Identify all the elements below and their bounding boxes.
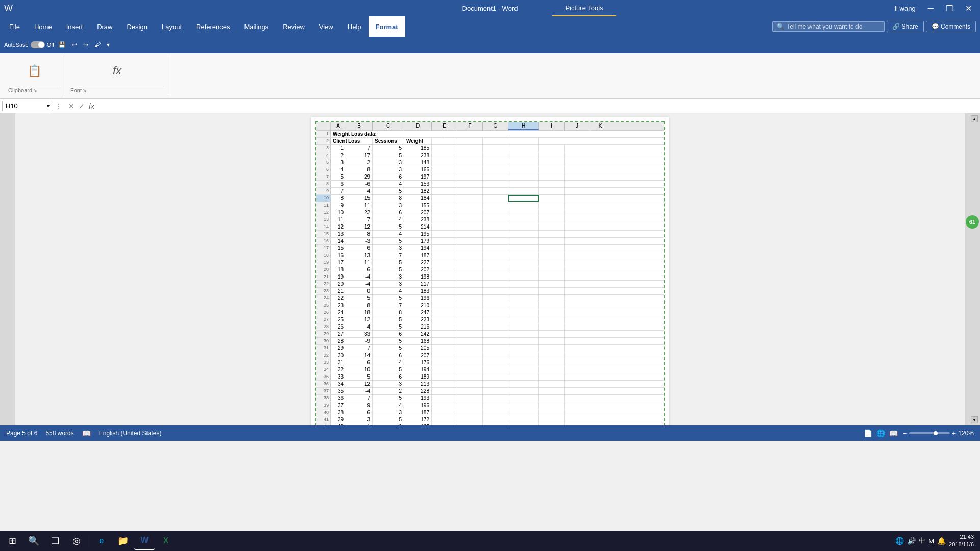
excel-cell[interactable]: [508, 231, 539, 237]
close-button[interactable]: ✕: [961, 3, 976, 14]
excel-cell[interactable]: 25: [331, 316, 346, 323]
excel-cell[interactable]: 3: [346, 416, 373, 423]
excel-cell[interactable]: 5: [373, 145, 404, 152]
excel-cell[interactable]: 11: [346, 259, 373, 266]
excel-cell[interactable]: [508, 288, 539, 294]
tab-format[interactable]: Format: [369, 16, 405, 37]
excel-cell[interactable]: 196: [404, 295, 432, 302]
tab-review[interactable]: Review: [276, 16, 312, 37]
tab-references[interactable]: References: [189, 16, 237, 37]
excel-cell[interactable]: 3: [373, 245, 404, 252]
network-icon[interactable]: 🌐: [895, 537, 904, 545]
excel-cell[interactable]: 21: [331, 288, 346, 294]
ime-icon[interactable]: 中: [919, 536, 925, 545]
excel-cell[interactable]: 172: [404, 416, 432, 423]
excel-cell[interactable]: 9: [346, 402, 373, 409]
excel-cell[interactable]: -3: [346, 238, 373, 244]
excel-cell[interactable]: 5: [331, 173, 346, 180]
excel-cell[interactable]: 194: [404, 245, 432, 252]
cell-reference-box[interactable]: H10 ▾: [2, 101, 53, 111]
cell-ref-dropdown-icon[interactable]: ▾: [47, 103, 50, 109]
excel-cell[interactable]: 12: [346, 316, 373, 323]
excel-cell[interactable]: 166: [404, 166, 432, 173]
cortana-button[interactable]: ◎: [66, 532, 87, 550]
excel-cell[interactable]: 5: [346, 373, 373, 380]
excel-cell[interactable]: 187: [404, 409, 432, 416]
excel-cell[interactable]: 22: [346, 209, 373, 216]
excel-cell[interactable]: [508, 223, 539, 230]
excel-cell[interactable]: -4: [346, 273, 373, 280]
excel-cell[interactable]: 8: [331, 195, 346, 202]
excel-cell[interactable]: 26: [331, 323, 346, 330]
excel-cell[interactable]: 227: [404, 259, 432, 266]
zoom-slider[interactable]: [909, 432, 950, 434]
excel-cell[interactable]: [508, 366, 539, 373]
excel-cell[interactable]: 36: [331, 395, 346, 402]
excel-cell[interactable]: 24: [331, 309, 346, 316]
zoom-out-icon[interactable]: −: [903, 429, 907, 437]
minimize-button[interactable]: ─: [924, 3, 938, 14]
excel-cell[interactable]: [508, 159, 539, 166]
excel-cell[interactable]: 27: [331, 331, 346, 337]
excel-cell[interactable]: 4: [373, 359, 404, 366]
col-header-g[interactable]: G: [483, 122, 508, 130]
excel-cell[interactable]: 1: [331, 145, 346, 152]
excel-cell active-cell[interactable]: [508, 195, 539, 202]
excel-cell[interactable]: 5: [373, 295, 404, 302]
excel-cell[interactable]: 155: [404, 202, 432, 209]
excel-cell[interactable]: 5: [373, 395, 404, 402]
col-header-b[interactable]: B: [346, 122, 373, 130]
col-header-e[interactable]: E: [432, 122, 457, 130]
excel-cell[interactable]: [508, 331, 539, 337]
excel-cell[interactable]: [508, 216, 539, 223]
excel-cell[interactable]: 3: [373, 159, 404, 166]
excel-cell[interactable]: 207: [404, 352, 432, 359]
excel-cell[interactable]: 13: [346, 252, 373, 259]
col-header-j[interactable]: J: [565, 122, 590, 130]
excel-cell[interactable]: 214: [404, 223, 432, 230]
excel-cell[interactable]: [508, 281, 539, 287]
excel-cell[interactable]: 12: [331, 223, 346, 230]
excel-cell[interactable]: 5: [373, 323, 404, 330]
excel-cell[interactable]: [508, 209, 539, 216]
excel-cell[interactable]: 238: [404, 152, 432, 159]
excel-cell[interactable]: 1: [346, 423, 373, 425]
excel-cell[interactable]: 5: [373, 259, 404, 266]
excel-cell[interactable]: [508, 345, 539, 352]
taskbar-datetime[interactable]: 21:43 2018/11/6: [949, 533, 974, 549]
confirm-formula-icon[interactable]: ✓: [79, 102, 85, 110]
excel-cell[interactable]: 5: [373, 188, 404, 194]
excel-cell[interactable]: 3: [373, 166, 404, 173]
excel-cell[interactable]: 7: [331, 188, 346, 194]
excel-cell[interactable]: [508, 202, 539, 209]
excel-cell[interactable]: 22: [331, 295, 346, 302]
excel-cell[interactable]: 6: [373, 331, 404, 337]
excel-cell[interactable]: 4: [373, 402, 404, 409]
excel-cell[interactable]: 7: [373, 302, 404, 309]
excel-cell[interactable]: 179: [404, 238, 432, 244]
excel-cell[interactable]: [508, 273, 539, 280]
autosave-toggle[interactable]: [31, 41, 45, 48]
excel-cell[interactable]: [508, 395, 539, 402]
excel-cell[interactable]: 5: [373, 316, 404, 323]
excel-cell[interactable]: 205: [404, 345, 432, 352]
excel-cell[interactable]: 207: [404, 209, 432, 216]
excel-cell[interactable]: -7: [346, 216, 373, 223]
excel-cell[interactable]: Sessions: [373, 138, 404, 144]
excel-cell[interactable]: [508, 238, 539, 244]
excel-cell[interactable]: 8: [346, 166, 373, 173]
input-icon[interactable]: M: [928, 537, 934, 545]
save-button[interactable]: 💾: [56, 40, 68, 49]
excel-cell[interactable]: 4: [373, 231, 404, 237]
excel-cell[interactable]: 242: [404, 331, 432, 337]
excel-cell[interactable]: 18: [346, 309, 373, 316]
excel-cell[interactable]: 18: [331, 266, 346, 273]
excel-cell[interactable]: -9: [346, 338, 373, 344]
excel-cell[interactable]: 15: [331, 245, 346, 252]
excel-cell[interactable]: 5: [373, 266, 404, 273]
excel-cell[interactable]: 165: [404, 423, 432, 425]
excel-cell[interactable]: 3: [373, 273, 404, 280]
excel-cell[interactable]: 197: [404, 173, 432, 180]
excel-cell[interactable]: 196: [404, 402, 432, 409]
excel-cell[interactable]: [508, 295, 539, 302]
